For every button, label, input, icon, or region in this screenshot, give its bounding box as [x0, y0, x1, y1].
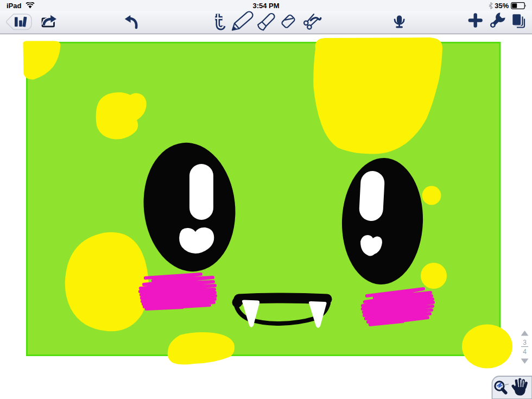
svg-text:3: 3: [523, 339, 527, 346]
svg-text:4: 4: [523, 348, 527, 356]
